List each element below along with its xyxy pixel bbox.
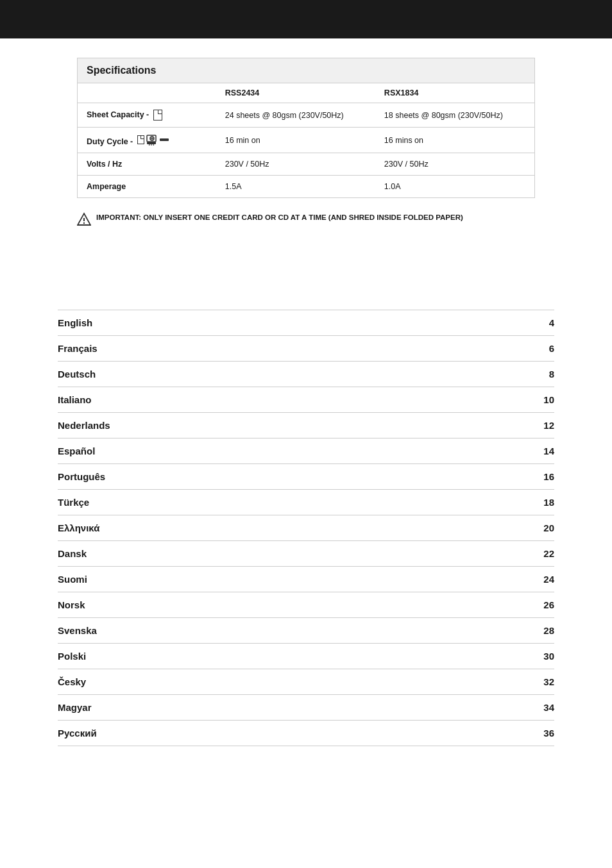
toc-page-number: 6 — [549, 343, 554, 354]
important-notice: IMPORTANT: ONLY INSERT ONE CREDIT CARD O… — [77, 213, 535, 226]
toc-page-number: 24 — [543, 574, 554, 585]
list-item: English4 — [58, 310, 554, 336]
table-row: RSS2434 RSX1834 — [78, 83, 534, 103]
duty-cycle-val2: 16 mins on — [375, 128, 534, 153]
list-item: Polski30 — [58, 644, 554, 669]
volts-val1: 230V / 50Hz — [216, 153, 375, 176]
col-rsx1834-header: RSX1834 — [375, 83, 534, 103]
duty-cycle-val1: 16 min on — [216, 128, 375, 153]
amperage-val2: 1.0A — [375, 176, 534, 198]
list-item: Türkçe18 — [58, 490, 554, 515]
specs-title: Specifications — [78, 58, 534, 83]
toc-page-number: 16 — [543, 471, 554, 482]
toc-page-number: 20 — [543, 522, 554, 533]
toc-language: Nederlands — [58, 420, 110, 431]
specs-container: Specifications RSS2434 RSX1834 Sheet Cap… — [77, 58, 535, 198]
toc-page-number: 8 — [549, 369, 554, 380]
svg-line-2 — [149, 144, 149, 146]
toc-language: Français — [58, 343, 98, 354]
list-item: Česky32 — [58, 669, 554, 695]
amperage-val1: 1.5A — [216, 176, 375, 198]
toc-page-number: 10 — [543, 394, 554, 405]
svg-line-4 — [153, 144, 154, 146]
toc-language: Deutsch — [58, 369, 96, 380]
list-item: Deutsch8 — [58, 362, 554, 387]
list-item: Svenska28 — [58, 618, 554, 644]
table-row: Volts / Hz 230V / 50Hz 230V / 50Hz — [78, 153, 534, 176]
toc-page-number: 4 — [549, 317, 554, 328]
toc-language: Česky — [58, 676, 86, 687]
toc-language: Español — [58, 446, 95, 456]
toc-page-number: 34 — [543, 702, 554, 713]
toc-language: Norsk — [58, 599, 85, 610]
toc-language: Polski — [58, 651, 86, 662]
toc-language: Suomi — [58, 574, 87, 585]
table-row: Sheet Capacity - 24 sheets @ 80gsm (230V… — [78, 103, 534, 128]
toc-page-number: 30 — [543, 651, 554, 662]
toc-page-number: 32 — [543, 676, 554, 687]
list-item: Português16 — [58, 464, 554, 490]
specs-table: RSS2434 RSX1834 Sheet Capacity - 24 shee… — [78, 83, 534, 197]
small-paper-icon — [137, 135, 144, 144]
list-item: Dansk22 — [58, 541, 554, 567]
toc-language: Türkçe — [58, 497, 89, 508]
toc-language: Svenska — [58, 625, 97, 636]
table-row: Duty Cycle - — [78, 128, 534, 153]
sheet-capacity-val2: 18 sheets @ 80gsm (230V/50Hz) — [375, 103, 534, 128]
toc-page-number: 14 — [543, 446, 554, 456]
content-area: Specifications RSS2434 RSX1834 Sheet Cap… — [0, 38, 612, 271]
svg-rect-1 — [147, 142, 156, 144]
toc-page-number: 26 — [543, 599, 554, 610]
toc-page-number: 36 — [543, 728, 554, 739]
top-bar — [0, 0, 612, 38]
volts-label: Volts / Hz — [78, 153, 216, 176]
toc-language: Dansk — [58, 548, 87, 559]
warning-icon — [77, 212, 91, 226]
list-item: Italiano10 — [58, 387, 554, 413]
col-rss2434-header: RSS2434 — [216, 83, 375, 103]
toc-area: English4Français6Deutsch8Italiano10Neder… — [0, 310, 612, 746]
volts-val2: 230V / 50Hz — [375, 153, 534, 176]
toc-page-number: 22 — [543, 548, 554, 559]
toc-language: Italiano — [58, 394, 92, 405]
list-item: Nederlands12 — [58, 413, 554, 438]
toc-language: Ελληνικά — [58, 522, 99, 533]
list-item: Español14 — [58, 438, 554, 464]
paper-icon — [153, 110, 162, 121]
amperage-label: Amperage — [78, 176, 216, 198]
toc-page-number: 28 — [543, 625, 554, 636]
list-item: Русский36 — [58, 721, 554, 746]
list-item: Suomi24 — [58, 567, 554, 592]
list-item: Magyar34 — [58, 695, 554, 721]
shredder-icon — [146, 134, 158, 146]
list-item: Ελληνικά20 — [58, 515, 554, 541]
toc-language: Magyar — [58, 702, 92, 713]
sheet-capacity-label: Sheet Capacity - — [78, 103, 216, 128]
svg-point-10 — [83, 222, 85, 224]
duty-cycle-label: Duty Cycle - — [78, 128, 216, 153]
list-item: Norsk26 — [58, 592, 554, 618]
table-row: Amperage 1.5A 1.0A — [78, 176, 534, 198]
list-item: Français6 — [58, 336, 554, 362]
toc-language: Português — [58, 471, 105, 482]
toc-language: English — [58, 317, 92, 328]
duty-icons — [137, 134, 169, 146]
minus-icon — [160, 138, 169, 141]
important-text: IMPORTANT: ONLY INSERT ONE CREDIT CARD O… — [96, 213, 463, 221]
toc-page-number: 18 — [543, 497, 554, 508]
col-label — [78, 83, 216, 103]
toc-language: Русский — [58, 728, 97, 739]
sheet-capacity-val1: 24 sheets @ 80gsm (230V/50Hz) — [216, 103, 375, 128]
toc-list: English4Français6Deutsch8Italiano10Neder… — [58, 310, 554, 746]
toc-page-number: 12 — [543, 420, 554, 431]
